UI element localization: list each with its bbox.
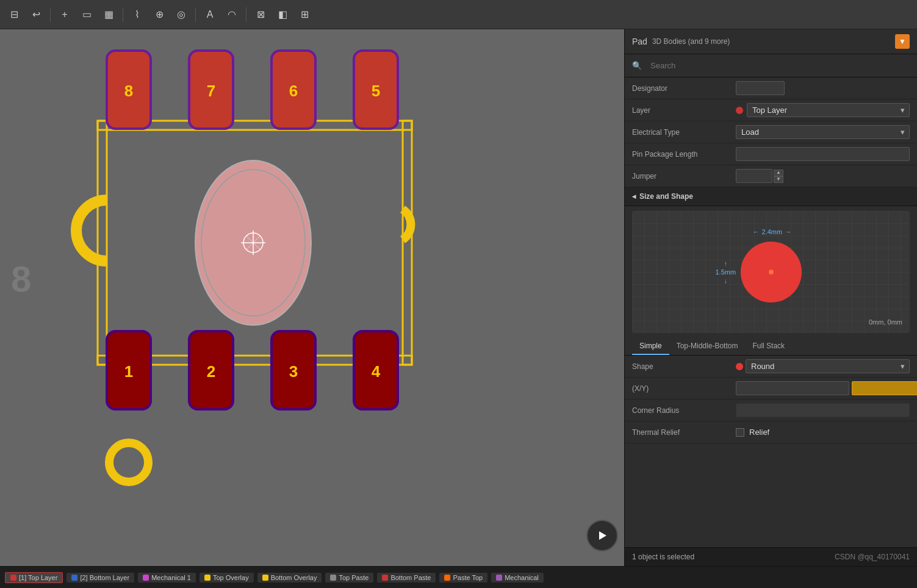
- jumper-label: Jumper: [632, 172, 736, 181]
- shape-row: Shape Round Rectangle Oval: [625, 356, 917, 378]
- layer-chip-mechanical2[interactable]: Mechanical: [491, 573, 544, 583]
- 3d-icon[interactable]: ◧: [273, 5, 292, 24]
- right-panel: Pad 3D Bodies (and 9 more) ▼ 🔍 Designato…: [624, 29, 917, 566]
- video-button[interactable]: [586, 520, 618, 551]
- tab-simple[interactable]: Simple: [632, 338, 669, 355]
- shape-label: Shape: [632, 362, 736, 371]
- svg-point-28: [109, 443, 148, 482]
- dim-h-value: 2.4mm: [762, 228, 783, 235]
- bar-chart-icon[interactable]: ▦: [99, 5, 118, 24]
- dim-v-arrow-top: ↑: [724, 260, 728, 267]
- jumper-row: Jumper 0 ▲ ▼: [625, 165, 917, 187]
- canvas-area[interactable]: 8 7 6 5 1 2 3 4: [0, 29, 624, 566]
- top-paste-dot: [330, 575, 336, 581]
- mechanical-label: Mechanical 1: [151, 574, 191, 581]
- panel-title: Pad: [632, 37, 647, 46]
- electrical-type-select[interactable]: Load: [736, 125, 910, 139]
- pin-package-length-label: Pin Package Length: [632, 150, 736, 159]
- layer-chip-bottom-overlay[interactable]: Bottom Overlay: [257, 573, 322, 583]
- shape-select[interactable]: Round Rectangle Oval: [746, 359, 910, 373]
- layer-label: Layer: [632, 106, 736, 115]
- add-icon[interactable]: +: [56, 5, 74, 24]
- section-title: Size and Shape: [639, 192, 693, 201]
- svg-text:8: 8: [11, 259, 31, 299]
- top-layer-label: [1] Top Layer: [19, 574, 57, 581]
- dim-coord: 0mm, 0mm: [869, 318, 902, 326]
- text-icon[interactable]: A: [201, 5, 219, 24]
- panel-status: 1 object is selected CSDN @qq_40170041: [625, 547, 917, 566]
- layer-chip-top-overlay[interactable]: Top Overlay: [200, 573, 254, 583]
- corner-radius-label: Corner Radius: [632, 406, 736, 415]
- mechanical2-label: Mechanical: [505, 574, 539, 581]
- panel-type: 3D Bodies (and 9 more): [652, 37, 890, 46]
- bottom-paste-dot: [382, 575, 388, 581]
- tab-full-stack[interactable]: Full Stack: [745, 338, 792, 355]
- top-paste-label: Top Paste: [339, 574, 369, 581]
- panel-header: Pad 3D Bodies (and 9 more) ▼: [625, 29, 917, 54]
- pin-package-length-input[interactable]: 0mm: [736, 147, 910, 161]
- jumper-down-button[interactable]: ▼: [774, 176, 783, 183]
- x-input[interactable]: 2.4mm: [736, 381, 849, 395]
- credit-text: CSDN @qq_40170041: [835, 553, 910, 561]
- layer-chip-paste-top[interactable]: Paste Top: [439, 573, 487, 583]
- via-icon[interactable]: ◎: [172, 5, 190, 24]
- layer-chip-bottom[interactable]: [2] Bottom Layer: [67, 573, 134, 583]
- pcb-canvas: 8 7 6 5 1 2 3 4: [0, 29, 624, 566]
- pad-icon[interactable]: ⊕: [150, 5, 168, 24]
- toolbar-separator: [123, 7, 123, 22]
- dim-h-arrow-right: →: [785, 228, 791, 235]
- designator-input[interactable]: 6: [736, 81, 785, 95]
- filter-button[interactable]: ▼: [895, 34, 910, 49]
- shape-select-wrap[interactable]: Round Rectangle Oval: [736, 359, 910, 373]
- svg-text:6: 6: [289, 82, 298, 100]
- jumper-input[interactable]: 0: [736, 169, 772, 183]
- thermal-relief-value: Relief: [749, 428, 769, 437]
- thermal-relief-checkbox[interactable]: [736, 428, 744, 437]
- thermal-relief-label: Thermal Relief: [632, 428, 736, 437]
- svg-rect-0: [98, 121, 107, 365]
- bottom-layer-dot: [71, 575, 77, 581]
- electrical-type-select-wrap[interactable]: Load: [736, 125, 910, 139]
- search-bar: 🔍: [625, 54, 917, 77]
- layer-select-wrap[interactable]: Top Layer: [736, 103, 910, 117]
- svg-text:5: 5: [372, 82, 380, 100]
- tab-top-middle-bottom[interactable]: Top-Middle-Bottom: [669, 338, 746, 355]
- arc-icon[interactable]: ◠: [223, 5, 241, 24]
- search-icon: 🔍: [632, 61, 642, 70]
- layer-chip-top-paste[interactable]: Top Paste: [325, 573, 373, 583]
- toolbar-separator: [50, 7, 51, 22]
- rect-icon[interactable]: ▭: [77, 5, 96, 24]
- undo-icon[interactable]: ↩: [27, 5, 45, 24]
- mechanical-dot: [143, 575, 149, 581]
- designator-label: Designator: [632, 84, 736, 93]
- shape-tabs: Simple Top-Middle-Bottom Full Stack: [625, 338, 917, 356]
- thermal-wrap: Relief: [736, 428, 910, 437]
- section-collapse-icon[interactable]: ◂: [632, 192, 636, 201]
- bottom-overlay-dot: [262, 575, 268, 581]
- bottom-overlay-label: Bottom Overlay: [271, 574, 317, 581]
- jumper-up-button[interactable]: ▲: [774, 170, 783, 176]
- dim-h-arrow-left: ←: [753, 228, 760, 235]
- shape-preview: ← 2.4mm → ↑ 1.5mm ↓ 0mm, 0mm: [632, 211, 910, 333]
- filter-icon[interactable]: ⊟: [5, 5, 23, 24]
- electrical-type-label: Electrical Type: [632, 128, 736, 137]
- y-input[interactable]: 3.3: [852, 381, 917, 395]
- corner-radius-input[interactable]: 50%: [736, 403, 910, 417]
- route-icon[interactable]: ⌇: [128, 5, 146, 24]
- search-input[interactable]: [645, 59, 910, 72]
- xy-wrap: 2.4mm 3.3: [736, 381, 917, 395]
- jumper-spinner: ▲ ▼: [774, 170, 783, 183]
- layer-chip-bottom-paste[interactable]: Bottom Paste: [377, 573, 436, 583]
- layer-chip-mechanical[interactable]: Mechanical 1: [138, 573, 196, 583]
- dim-v-arrow-bottom: ↓: [724, 277, 728, 284]
- svg-text:2: 2: [207, 362, 215, 381]
- pad-center-dot: [769, 270, 774, 274]
- selection-status: 1 object is selected: [632, 553, 694, 561]
- layer-chip-top[interactable]: [1] Top Layer: [5, 572, 63, 583]
- layer-select[interactable]: Top Layer: [747, 103, 910, 117]
- panel-spacer: [625, 443, 917, 547]
- grid-icon[interactable]: ⊞: [295, 5, 314, 24]
- measure-icon[interactable]: ⊠: [251, 5, 270, 24]
- main-area: 8 7 6 5 1 2 3 4: [0, 29, 917, 566]
- mechanical2-dot: [496, 575, 502, 581]
